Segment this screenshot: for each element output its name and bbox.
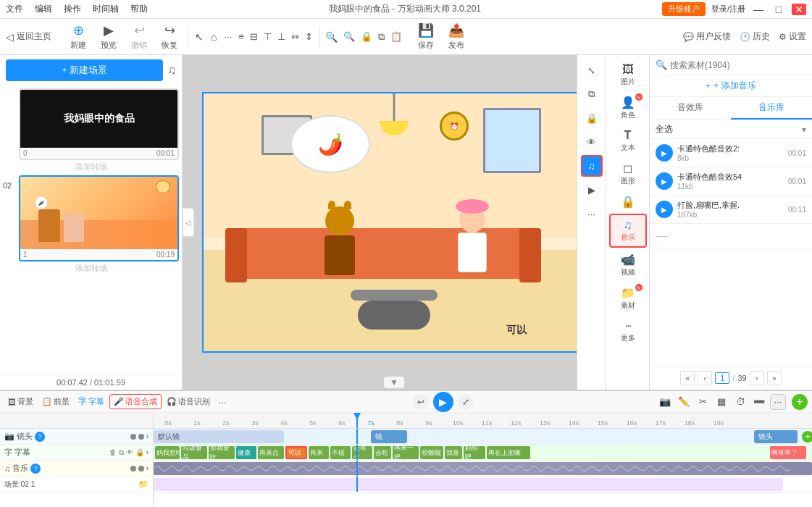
align-bottom-tool[interactable]: ⊥ [275,28,288,45]
tl-play-button[interactable]: ▶ [433,392,453,412]
scene-block-02[interactable] [154,478,783,491]
copy-tool[interactable]: ⧉ [375,28,388,46]
tl-plus-button[interactable]: ··· [770,394,786,410]
preview-button[interactable]: ▶ 预览 [93,20,124,54]
align-top-tool[interactable]: ⊤ [261,28,275,45]
eye-canvas-button[interactable]: 👁 [581,131,603,153]
side-tool-lock[interactable]: 🔒 [609,191,647,212]
sub-block-11[interactable]: 再来一把 [393,446,419,459]
distribute-h-tool[interactable]: ⇔ [288,28,302,45]
music-canvas-button[interactable]: ♫ [581,155,603,177]
canvas-frame[interactable]: ⏰ [202,92,586,353]
tab-sound-effects[interactable]: 音效库 [650,97,731,120]
subtitle-copy[interactable]: ⧉ [119,448,124,457]
back-home-button[interactable]: ◁ 返回主页 [6,30,51,43]
tl-btn-subtitle[interactable]: 字 字幕 [75,394,108,409]
settings-button[interactable]: ⚙ 设置 [779,30,806,43]
bottom-expand-button[interactable]: ▼ [384,377,404,388]
music-note-icon[interactable]: ♫ [167,64,176,77]
side-tool-more[interactable]: ··· 更多 [609,316,647,347]
login-button[interactable]: 登录/注册 [711,4,745,14]
align-left-tool[interactable]: ≡ [235,28,247,45]
history-button[interactable]: 🕐 历史 [740,30,770,43]
sub-block-9[interactable]: 还有火 [352,446,372,459]
tl-speed-button[interactable]: ⏱ [732,394,748,410]
lock-canvas-button[interactable]: 🔒 [581,107,603,129]
track-add-camera[interactable]: + [802,431,812,443]
tl-camera-button[interactable]: 📷 [657,394,673,410]
side-tool-music[interactable]: ♫ 音乐 [609,214,647,248]
music-help-icon[interactable]: ? [30,464,41,474]
filter-dropdown-icon[interactable]: ▾ [802,125,806,135]
tl-filter-button[interactable]: ▦ [713,394,729,410]
tl-btn-voice[interactable]: 🎤 语音合成 [109,394,162,409]
tl-btn-fg[interactable]: 📋 前景 [38,395,73,408]
side-tool-character[interactable]: 👤 角色 N [609,92,647,124]
publish-button[interactable]: 📤 发布 [441,20,472,54]
paste-tool[interactable]: 📋 [388,28,405,45]
sub-block-5[interactable]: 再来点 [258,446,284,459]
menu-help[interactable]: 帮助 [130,3,148,15]
sub-block-16[interactable]: 啊草率了 [770,446,806,459]
play-button-1[interactable]: ▶ [656,144,673,162]
side-tool-video[interactable]: 📹 视频 [609,249,647,281]
home-tool[interactable]: ⌂ [207,28,220,46]
music-item-1[interactable]: ▶ 卡通特色酷音效2: 8kb 00:01 [650,139,812,167]
save-button[interactable]: 💾 保存 [411,20,441,54]
new-button[interactable]: ⊕ 新建 [63,20,93,54]
tab-music-library[interactable]: 音乐库 [731,97,812,120]
side-tool-shape[interactable]: ◻ 图形 [609,158,647,190]
tl-btn-recognition[interactable]: 🎧 语音识别 [163,395,214,408]
new-scene-button[interactable]: + 新建场景 [6,59,163,81]
minimize-button[interactable]: — [751,4,766,15]
track-block-lens[interactable]: 镜 [371,430,407,443]
page-next-button[interactable]: › [750,371,764,385]
page-prev-button[interactable]: ‹ [698,371,712,385]
restore-button[interactable]: ↪ 恢复 [154,20,185,54]
music-item-2[interactable]: ▶ 卡通特色酷音效54 11kb 00:01 [650,167,812,196]
sub-block-14[interactable]: 妈你吧 [464,446,485,459]
sub-block-2[interactable]: 垃圾食品 [181,446,207,459]
more-canvas-button[interactable]: ··· [581,203,603,225]
music-item-3[interactable]: ▶ 打脸,扇嘴巴,掌握. 187kb 00:11 [650,196,812,224]
tl-add-track-button[interactable]: + [792,394,808,410]
side-tool-image[interactable]: 🖼 图片 [609,59,647,91]
subtitle-lock2[interactable]: 🔒 [135,448,144,456]
camera-help-icon[interactable]: ? [35,432,45,442]
music-waveform-block[interactable] [154,462,812,475]
dots-tool[interactable]: ··· [220,28,235,45]
tl-btn-bg[interactable]: 🖼 背景 [4,395,37,408]
upgrade-button[interactable]: 升级账户 [662,2,706,16]
tl-fullscreen-button[interactable]: ⤢ [458,394,474,410]
add-transition-1[interactable]: 添加转场 [3,160,179,174]
sub-block-13[interactable]: 我喜 [445,446,462,459]
left-collapse-button[interactable]: ◁ [183,208,194,237]
tl-btn-more[interactable]: ··· [215,395,230,409]
sub-block-1[interactable]: 妈我想吃 [155,446,180,459]
sub-block-3[interactable]: 那我要吃 [209,446,235,459]
sub-block-8[interactable]: 不错 [330,446,351,459]
playhead[interactable] [356,413,358,428]
tl-slice-button[interactable]: ✂ [695,394,711,410]
scene-thumbnail-1[interactable]: 我妈眼中的食品 0 00:01 [19,88,179,160]
sub-block-4[interactable]: 健康 [236,446,256,459]
page-first-button[interactable]: « [680,371,695,385]
resize-canvas-button[interactable]: ⤡ [581,59,603,81]
feedback-button[interactable]: 💬 用户反馈 [683,30,731,43]
close-button[interactable]: ✕ [792,4,806,15]
tl-undo-button[interactable]: ↩ [413,394,429,410]
track-block-default[interactable]: 默认镜 [154,430,284,443]
play-button-2[interactable]: ▶ [656,172,673,190]
distribute-v-tool[interactable]: ⇕ [302,28,316,45]
select-tool[interactable]: ↖ [191,28,207,46]
copy-canvas-button[interactable]: ⧉ [581,83,603,105]
menu-timeline[interactable]: 时间轴 [93,3,119,15]
page-last-button[interactable]: » [767,371,782,385]
maximize-button[interactable]: □ [771,4,786,15]
search-input[interactable] [670,60,806,70]
side-tool-asset[interactable]: 📁 素材 N [609,282,647,314]
zoom-in-tool[interactable]: 🔍 [322,28,340,46]
tl-minus-button[interactable]: ➖ [751,394,767,410]
add-transition-2[interactable]: 添加转场 [3,261,179,275]
menu-operate[interactable]: 操作 [64,3,81,15]
